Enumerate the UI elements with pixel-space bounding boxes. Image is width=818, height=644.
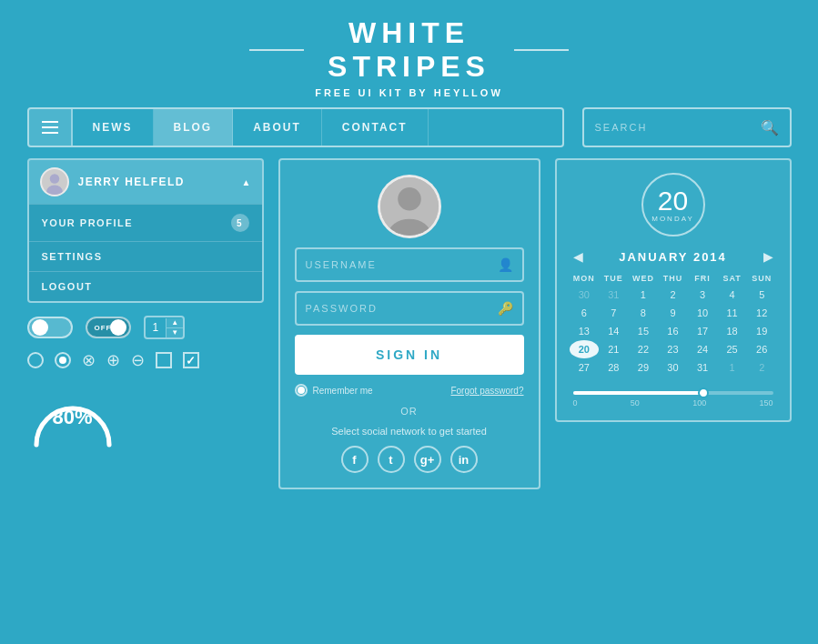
cal-hdr-wed: WED: [629, 271, 659, 286]
lock-icon: 🔑: [498, 301, 513, 316]
cal-cell[interactable]: 22: [629, 340, 659, 358]
facebook-icon[interactable]: f: [341, 446, 369, 473]
cal-cell[interactable]: 14: [599, 322, 629, 340]
cal-cell[interactable]: 31: [688, 358, 718, 377]
date-circle: 20 MONDAY: [641, 173, 705, 236]
svg-point-0: [49, 174, 59, 184]
cal-cell[interactable]: 30: [658, 358, 688, 377]
dropdown-item-logout[interactable]: LOGOUT: [29, 271, 262, 301]
sign-in-button[interactable]: SIGN IN: [295, 335, 524, 375]
linkedin-icon[interactable]: in: [450, 446, 478, 473]
cal-cell[interactable]: 19: [747, 322, 777, 340]
cal-cell[interactable]: 30: [570, 286, 600, 304]
cal-cell[interactable]: 17: [688, 322, 718, 340]
cal-cell[interactable]: 6: [570, 304, 600, 322]
cal-cell[interactable]: 21: [599, 340, 629, 358]
cal-week-4: 20 21 22 23 24 25 26: [570, 340, 777, 358]
slider-fill: [573, 391, 703, 395]
cal-cell[interactable]: 3: [688, 286, 718, 304]
checkbox-checked[interactable]: [183, 352, 199, 368]
add-icon[interactable]: ⊕: [106, 352, 120, 368]
prev-month-button[interactable]: ◀: [573, 249, 583, 264]
forgot-password-link[interactable]: Forgot password?: [450, 386, 523, 396]
username-input[interactable]: [306, 259, 490, 270]
cal-cell[interactable]: 11: [717, 304, 747, 322]
cal-cell[interactable]: 2: [658, 286, 688, 304]
left-column: JERRY HELFELD ▲ YOUR PROFILE 5 SETTINGS …: [27, 158, 264, 454]
slider-label-100: 100: [692, 398, 706, 408]
search-input[interactable]: [595, 122, 761, 133]
nav-item-blog[interactable]: BLOG: [154, 109, 234, 146]
dropdown-item-settings[interactable]: SETTINGS: [29, 241, 262, 271]
stepper-buttons: ▲ ▼: [166, 318, 183, 337]
logout-label: LOGOUT: [42, 281, 93, 292]
minus-icon[interactable]: ⊖: [131, 352, 145, 368]
nav-item-contact[interactable]: CONTACT: [322, 109, 429, 146]
cal-cell[interactable]: 8: [629, 304, 659, 322]
user-dropdown: JERRY HELFELD ▲ YOUR PROFILE 5 SETTINGS …: [27, 158, 264, 303]
cal-cell[interactable]: 29: [629, 358, 659, 377]
cal-cell[interactable]: 5: [747, 286, 777, 304]
cal-cell[interactable]: 31: [599, 286, 629, 304]
date-display: 20 MONDAY: [570, 173, 777, 236]
title-line-left: [249, 49, 304, 51]
cal-cell[interactable]: 10: [688, 304, 718, 322]
username-field: 👤: [295, 247, 524, 282]
cal-cell[interactable]: 23: [658, 340, 688, 358]
cal-cell[interactable]: 7: [599, 304, 629, 322]
cal-cell[interactable]: 24: [688, 340, 718, 358]
password-input[interactable]: [306, 303, 490, 314]
calendar-nav: ◀ JANUARY 2014 ▶: [570, 249, 777, 264]
cal-cell[interactable]: 1: [717, 358, 747, 377]
stepper-down[interactable]: ▼: [167, 328, 183, 337]
nav-item-about[interactable]: ABOUT: [233, 109, 322, 146]
toggle-on[interactable]: ON: [27, 317, 73, 338]
social-icons: f t g+ in: [341, 446, 478, 473]
checkbox-unchecked[interactable]: [156, 352, 172, 368]
cal-week-2: 6 7 8 9 10 11 12: [570, 304, 777, 322]
twitter-icon[interactable]: t: [378, 446, 405, 473]
dropdown-item-profile[interactable]: YOUR PROFILE 5: [29, 204, 262, 241]
cal-cell[interactable]: 9: [658, 304, 688, 322]
cal-cell[interactable]: 13: [570, 322, 600, 340]
radio-unchecked[interactable]: [27, 352, 44, 368]
cal-cell[interactable]: 16: [658, 322, 688, 340]
google-plus-icon[interactable]: g+: [414, 446, 441, 473]
cal-cell[interactable]: 12: [747, 304, 777, 322]
cal-cell[interactable]: 15: [629, 322, 659, 340]
cal-cell[interactable]: 2: [747, 358, 777, 377]
date-day-name: MONDAY: [651, 215, 694, 223]
settings-label: SETTINGS: [42, 251, 103, 262]
remember-radio[interactable]: [295, 384, 308, 397]
remember-label: Remember me: [313, 386, 373, 396]
calendar-widget: 20 MONDAY ◀ JANUARY 2014 ▶ MON TUE WED T…: [555, 158, 792, 422]
nav-item-news[interactable]: NEWS: [73, 109, 154, 146]
cal-cell[interactable]: 1: [629, 286, 659, 304]
next-month-button[interactable]: ▶: [763, 249, 773, 264]
search-icon[interactable]: 🔍: [761, 119, 779, 136]
cal-cell[interactable]: 27: [570, 358, 600, 377]
controls-row: ON OFF 1 ▲ ▼: [27, 312, 264, 343]
bottom-row: JERRY HELFELD ▲ YOUR PROFILE 5 SETTINGS …: [27, 158, 792, 489]
cal-cell[interactable]: 18: [717, 322, 747, 340]
cal-hdr-sun: SUN: [747, 271, 777, 286]
hamburger-button[interactable]: [29, 109, 73, 146]
cal-cell[interactable]: 26: [747, 340, 777, 358]
toggle-off-label: OFF: [95, 324, 112, 332]
radio-checked[interactable]: [55, 352, 71, 368]
slider-label-50: 50: [631, 398, 640, 408]
slider-thumb[interactable]: [698, 387, 709, 398]
title-line-right: [514, 49, 569, 51]
cal-cell[interactable]: 25: [717, 340, 747, 358]
user-header[interactable]: JERRY HELFELD ▲: [29, 160, 262, 204]
navigation: NEWS BLOG ABOUT CONTACT: [27, 107, 564, 147]
profile-label: YOUR PROFILE: [42, 217, 134, 228]
site-title: WHITE STRIPES: [249, 16, 569, 84]
calendar-header: MON TUE WED THU FRI SAT SUN: [570, 271, 777, 286]
close-icon[interactable]: ⊗: [82, 352, 96, 368]
cal-cell[interactable]: 4: [717, 286, 747, 304]
stepper-up[interactable]: ▲: [167, 318, 183, 328]
cal-cell-today[interactable]: 20: [570, 340, 600, 358]
toggle-off[interactable]: OFF: [86, 317, 131, 338]
cal-cell[interactable]: 28: [599, 358, 629, 377]
